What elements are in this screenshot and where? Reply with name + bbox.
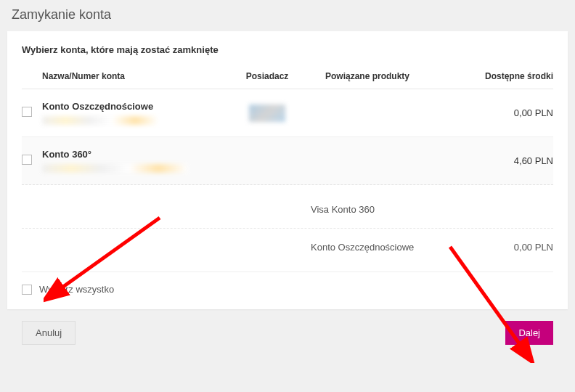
account-funds: 0,00 PLN <box>466 107 553 118</box>
select-all-checkbox[interactable] <box>22 285 32 295</box>
select-all-row: Wybierz wszystko <box>22 272 553 309</box>
next-button[interactable]: Dalej <box>505 321 553 345</box>
table-row: Konto Oszczędnościowe 0,00 PLN <box>22 89 553 137</box>
cancel-button[interactable]: Anuluj <box>22 321 76 345</box>
account-name: Konto 360° <box>42 149 224 160</box>
owner-blurred <box>249 105 285 122</box>
section-title: Wybierz konta, które mają zostać zamknię… <box>22 44 553 55</box>
select-all-label: Wybierz wszystko <box>39 284 114 295</box>
account-funds: 4,60 PLN <box>466 155 553 166</box>
linked-product-funds: 0,00 PLN <box>466 242 553 253</box>
account-number-blurred <box>42 116 158 125</box>
account-checkbox[interactable] <box>22 107 32 117</box>
linked-product-name: Konto Oszczędnościowe <box>311 242 466 253</box>
col-header-owner: Posiadacz <box>224 71 311 81</box>
footer: Anuluj Dalej <box>7 309 568 356</box>
accounts-card: Wybierz konta, które mają zostać zamknię… <box>7 31 568 309</box>
account-number-blurred <box>42 164 187 173</box>
linked-product-name: Visa Konto 360 <box>311 204 466 215</box>
col-header-products: Powiązane produkty <box>311 71 466 81</box>
table-row: Konto 360° 4,60 PLN <box>22 137 553 185</box>
account-name: Konto Oszczędnościowe <box>42 101 224 112</box>
col-header-funds: Dostępne środki <box>466 71 553 81</box>
page-title: Zamykanie konta <box>0 0 575 31</box>
linked-product-funds <box>466 204 553 215</box>
col-header-name: Nazwa/Numer konta <box>42 71 224 81</box>
linked-products-block: Visa Konto 360 Konto Oszczędnościowe 0,0… <box>22 185 553 272</box>
account-checkbox[interactable] <box>22 155 32 165</box>
table-header: Nazwa/Numer konta Posiadacz Powiązane pr… <box>22 65 553 89</box>
